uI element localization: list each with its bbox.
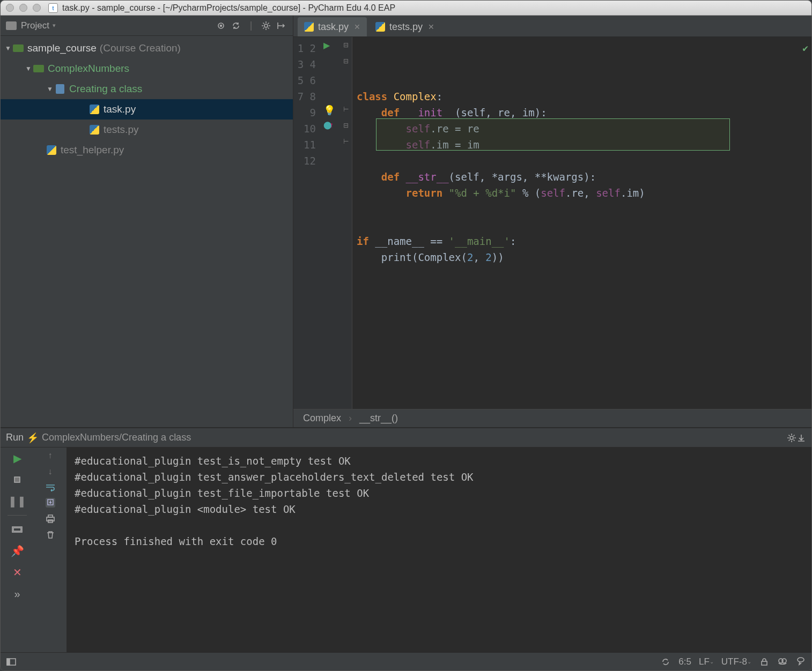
mac-traffic-lights xyxy=(6,4,41,12)
caret-position[interactable]: 6:5 xyxy=(678,657,691,667)
python-file-icon xyxy=(90,125,99,135)
answer-placeholder-box xyxy=(376,118,730,151)
download-icon[interactable] xyxy=(796,433,806,443)
collapse-all-icon[interactable] xyxy=(275,20,287,31)
line-separator[interactable]: LF ⌄ xyxy=(699,657,714,667)
svg-rect-11 xyxy=(7,659,10,665)
python-file-icon xyxy=(375,22,385,32)
run-header: Run ⚡ ComplexNumbers/Creating a class xyxy=(1,428,811,448)
tab-label: task.py xyxy=(318,21,349,33)
lesson-icon xyxy=(33,65,44,72)
gear-icon[interactable] xyxy=(260,20,272,31)
fold-gutter: ⊟ ⊟ ⊢ ⊟ ⊢ xyxy=(342,37,352,409)
fold-handle-icon[interactable]: ⊟ xyxy=(343,41,349,49)
line-number-gutter: 1 2 3 4 5 6 7 8 9 10 11 12 xyxy=(293,37,320,409)
zoom-window-button[interactable] xyxy=(33,4,41,12)
project-icon xyxy=(6,21,17,30)
fold-handle-icon[interactable]: ⊟ xyxy=(343,122,349,129)
titlebar: t task.py - sample_course - [~/PycharmPr… xyxy=(1,1,811,16)
toolbar-divider: | xyxy=(245,20,257,31)
run-config-label[interactable]: ComplexNumbers/Creating a class xyxy=(42,432,191,443)
gutter-icons: ▶ 💡 ⬤↑ xyxy=(320,37,342,409)
more-icon[interactable]: » xyxy=(10,586,25,601)
tree-root[interactable]: ▼ sample_course (Course Creation) xyxy=(1,38,293,58)
tree-item-label: ComplexNumbers xyxy=(48,63,129,74)
notifications-icon[interactable] xyxy=(795,657,806,667)
up-arrow-icon[interactable]: ↑ xyxy=(48,451,53,460)
dump-threads-icon[interactable] xyxy=(10,522,25,537)
inspection-ok-icon[interactable]: ✔ xyxy=(802,40,808,56)
tree-item-label: task.py xyxy=(104,103,136,115)
expand-arrow-icon[interactable]: ▼ xyxy=(4,44,12,52)
down-arrow-icon[interactable]: ↓ xyxy=(48,467,53,476)
tree-task[interactable]: ▼ Creating a class xyxy=(1,79,293,99)
pause-icon[interactable]: ❚❚ xyxy=(10,494,25,509)
project-view-dropdown[interactable]: ▾ xyxy=(53,22,56,29)
svg-rect-7 xyxy=(47,517,54,521)
intention-bulb-icon[interactable]: 💡 xyxy=(323,105,335,116)
code-editor[interactable]: ✔ class Complex: def __init__(self, re, … xyxy=(352,37,811,409)
override-method-icon[interactable]: ⬤↑ xyxy=(323,121,336,129)
ide-window: t task.py - sample_course - [~/PycharmPr… xyxy=(0,0,812,671)
tab-task-py[interactable]: task.py ✕ xyxy=(298,17,367,36)
window-title: task.py - sample_course - [~/PycharmProj… xyxy=(62,3,395,13)
inspector-icon[interactable] xyxy=(777,657,788,667)
editor-body: 1 2 3 4 5 6 7 8 9 10 11 12 ▶ 💡 ⬤↑ ⊟ ⊟ ⊢ … xyxy=(293,37,811,409)
svg-point-14 xyxy=(782,659,786,663)
course-folder-icon xyxy=(13,44,24,52)
project-pane: Project ▾ | ▼ sample_course xyxy=(1,16,293,427)
sync-icon[interactable] xyxy=(230,20,242,31)
tree-item-label: test_helper.py xyxy=(61,144,124,156)
soft-wrap-icon[interactable] xyxy=(45,483,56,491)
tree-file-task-py[interactable]: task.py xyxy=(1,99,293,120)
gear-icon[interactable] xyxy=(787,433,796,443)
fold-handle-icon[interactable]: ⊟ xyxy=(343,57,349,65)
tree-file-tests-py[interactable]: tests.py xyxy=(1,120,293,140)
run-tool-label[interactable]: Run xyxy=(6,432,24,443)
close-icon[interactable]: ✕ xyxy=(10,565,25,580)
project-tree[interactable]: ▼ sample_course (Course Creation) ▼ Comp… xyxy=(1,36,293,427)
tree-item-label: Creating a class xyxy=(69,83,142,95)
breadcrumb-item[interactable]: Complex xyxy=(303,413,341,424)
tree-file-test-helper-py[interactable]: test_helper.py xyxy=(1,140,293,160)
svg-point-3 xyxy=(790,436,793,439)
sync-status-icon[interactable] xyxy=(660,657,671,667)
minimize-window-button[interactable] xyxy=(19,4,27,12)
readwrite-lock-icon[interactable] xyxy=(759,657,770,667)
scroll-from-source-icon[interactable] xyxy=(215,20,227,31)
editor-pane: task.py ✕ tests.py ✕ 1 2 3 4 5 6 7 8 9 1… xyxy=(293,16,811,427)
tab-tests-py[interactable]: tests.py ✕ xyxy=(369,17,441,36)
run-console[interactable]: #educational_plugin test_is_not_empty te… xyxy=(67,448,811,652)
expand-arrow-icon[interactable]: ▼ xyxy=(46,85,54,93)
chevron-right-icon: › xyxy=(349,413,352,424)
fold-end-icon[interactable]: ⊢ xyxy=(343,106,349,113)
close-window-button[interactable] xyxy=(6,4,14,12)
expand-arrow-icon[interactable]: ▼ xyxy=(24,65,33,72)
breadcrumb-item[interactable]: __str__() xyxy=(359,413,398,424)
python-file-icon xyxy=(304,22,314,32)
stop-icon[interactable] xyxy=(10,472,25,487)
svg-point-1 xyxy=(220,25,222,26)
trash-icon[interactable] xyxy=(46,530,55,540)
scroll-to-end-icon[interactable] xyxy=(46,498,55,508)
print-icon[interactable] xyxy=(45,514,56,524)
file-type-icon: t xyxy=(48,3,58,13)
tree-lesson[interactable]: ▼ ComplexNumbers xyxy=(1,58,293,79)
svg-rect-6 xyxy=(13,528,21,531)
main-split: Project ▾ | ▼ sample_course xyxy=(1,16,811,427)
rerun-icon[interactable]: ▶ xyxy=(10,451,25,466)
python-file-icon xyxy=(90,105,99,114)
tool-window-toggle-icon[interactable] xyxy=(6,657,17,667)
pin-icon[interactable]: 📌 xyxy=(10,543,25,558)
run-toolbar-secondary: ↑ ↓ xyxy=(34,448,67,652)
close-icon[interactable]: ✕ xyxy=(428,23,434,31)
file-encoding[interactable]: UTF-8 ⌄ xyxy=(721,657,751,667)
close-icon[interactable]: ✕ xyxy=(354,23,360,31)
run-line-icon[interactable]: ▶ xyxy=(323,40,330,50)
tab-label: tests.py xyxy=(389,21,423,33)
fold-end-icon[interactable]: ⊢ xyxy=(343,138,349,145)
project-toolbar: Project ▾ | xyxy=(1,16,293,36)
project-tool-label[interactable]: Project xyxy=(21,20,49,31)
editor-breadcrumb[interactable]: Complex › __str__() xyxy=(293,409,811,427)
svg-rect-4 xyxy=(14,477,20,482)
